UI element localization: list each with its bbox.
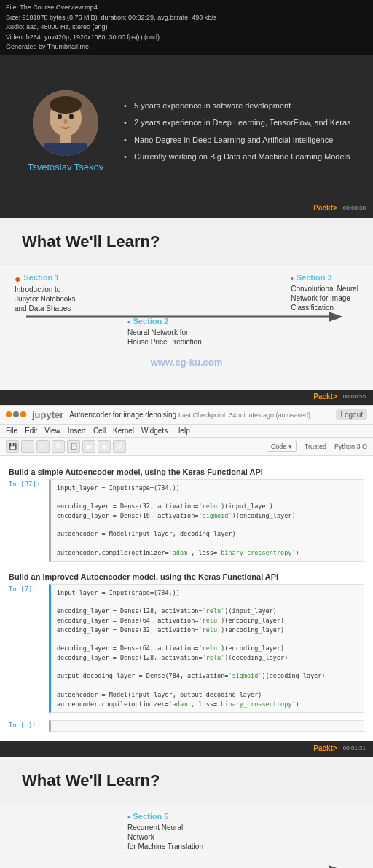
meta-filename: File: The Course Overview.mp4 bbox=[6, 3, 367, 13]
jupyter-header: jupyter Autoencoder for image denoising … bbox=[0, 406, 373, 425]
menu-edit[interactable]: Edit bbox=[25, 427, 37, 435]
menu-cell[interactable]: Cell bbox=[93, 427, 106, 435]
jupyter-menubar: File Edit View Insert Cell Kernel Widget… bbox=[0, 425, 373, 438]
bullet-4: Currently working on Big Data and Machin… bbox=[124, 149, 358, 165]
jupyter-brand: jupyter bbox=[32, 409, 63, 420]
packt-row-2: Packt> 00:00:55 bbox=[0, 390, 373, 405]
meta-video: Video: h264, yuv420p, 1920x1080, 30.00 f… bbox=[6, 33, 367, 43]
trusted-badge: Trusted bbox=[305, 443, 326, 450]
cell-2-code[interactable]: input_layer = Input(shape=(784,)) encodi… bbox=[49, 584, 364, 714]
svg-point-2 bbox=[50, 96, 82, 114]
learn-section-2: What We'll Learn? • Section 5 Recurrent … bbox=[0, 757, 373, 868]
learn-title-1: What We'll Learn? bbox=[22, 232, 351, 251]
instructor-name: Tsvetoslav Tsekov bbox=[28, 162, 104, 173]
code-title-2: Build an improved Autoencoder model, usi… bbox=[9, 572, 364, 581]
avatar bbox=[33, 90, 98, 156]
cell-2-label: In [7]: bbox=[9, 584, 49, 718]
timestamp-2: 00:00:55 bbox=[343, 393, 366, 400]
section-1-desc: Introduction toJupyter Notebooksand Data… bbox=[15, 285, 75, 313]
learn-section-1: What We'll Learn? ● Section 1 Introducti… bbox=[0, 218, 373, 405]
section-3-box: • Section 3 Convolutional NeuralNetwork … bbox=[291, 273, 358, 312]
section-5-box: • Section 5 Recurrent NeuralNetworkfor M… bbox=[127, 812, 203, 851]
svg-rect-6 bbox=[60, 134, 71, 145]
section-2-box: • Section 2 Neural Network forHouse Pric… bbox=[127, 317, 202, 347]
cell-3-empty[interactable] bbox=[49, 720, 364, 732]
restart-btn[interactable]: ↺ bbox=[113, 440, 126, 453]
packt-logo-3: Packt> bbox=[313, 744, 337, 752]
stop-btn[interactable]: ■ bbox=[98, 440, 111, 453]
section-3-title: Section 3 bbox=[297, 273, 332, 282]
cell-3-label: In [ ]: bbox=[9, 720, 49, 732]
learn-header-2: What We'll Learn? bbox=[0, 757, 373, 805]
packt-logo-1: Packt> bbox=[313, 204, 337, 212]
meta-size: Size: 9181078 bytes (8,76 MiB), duration… bbox=[6, 13, 367, 23]
timestamp-1: 00:00:38 bbox=[343, 205, 366, 211]
python-badge: Python 3 O bbox=[334, 443, 367, 450]
jupyter-logout-btn[interactable]: Logout bbox=[336, 409, 367, 420]
jupyter-notebook-title: Autoencoder for image denoising Last Che… bbox=[69, 411, 330, 419]
menu-insert[interactable]: Insert bbox=[68, 427, 86, 435]
menu-view[interactable]: View bbox=[44, 427, 60, 435]
cell-2: In [7]: input_layer = Input(shape=(784,)… bbox=[9, 584, 364, 718]
jupyter-logo-mark bbox=[6, 411, 26, 417]
section-3-desc: Convolutional NeuralNetwork for ImageCla… bbox=[291, 284, 358, 312]
timestamp-3: 00:01:21 bbox=[343, 745, 366, 751]
menu-help[interactable]: Help bbox=[175, 427, 190, 435]
bullet-3: Nano Degree in Deep Learning and Artific… bbox=[124, 132, 358, 149]
code-title-1: Build a simple Autoencoder model, using … bbox=[9, 467, 364, 476]
cell-3: In [ ]: bbox=[9, 720, 364, 732]
jupyter-section: jupyter Autoencoder for image denoising … bbox=[0, 405, 373, 741]
bullet-2: 2 years experience in Deep Learning, Ten… bbox=[124, 114, 358, 131]
section-1-box: ● Section 1 Introduction toJupyter Noteb… bbox=[15, 273, 75, 313]
menu-file[interactable]: File bbox=[6, 427, 17, 435]
run-btn[interactable]: ▶ bbox=[82, 440, 95, 453]
cell-1: In [37]: input_layer = Input(shape=(784,… bbox=[9, 479, 364, 567]
section-5-title: Section 5 bbox=[133, 812, 169, 821]
svg-point-5 bbox=[64, 119, 68, 124]
cell-1-label: In [37]: bbox=[9, 479, 49, 567]
meta-audio: Audio: aac, 48000 Hz, stereo (eng) bbox=[6, 23, 367, 33]
add-cell-btn[interactable]: + bbox=[21, 440, 34, 453]
arrow-diagram-2: • Section 5 Recurrent NeuralNetworkfor M… bbox=[0, 805, 373, 868]
menu-kernel[interactable]: Kernel bbox=[113, 427, 134, 435]
packt-logo-2: Packt> bbox=[313, 392, 337, 401]
instructor-section: Tsvetoslav Tsekov 5 years experience in … bbox=[0, 55, 373, 201]
instructor-details: 5 years experience in software developme… bbox=[124, 98, 358, 166]
svg-rect-7 bbox=[44, 143, 87, 156]
save-btn[interactable]: 💾 bbox=[6, 440, 19, 453]
meta-generated: Generated by Thumbnail.me bbox=[6, 42, 367, 52]
learn-title-2: What We'll Learn? bbox=[22, 771, 351, 790]
section-2-desc: Neural Network forHouse Price Prediction bbox=[127, 328, 202, 347]
svg-marker-9 bbox=[329, 312, 343, 322]
learn-header-1: What We'll Learn? bbox=[0, 218, 373, 266]
code-dropdown[interactable]: Code ▾ bbox=[267, 441, 297, 452]
instructor-left: Tsvetoslav Tsekov bbox=[22, 90, 109, 173]
copy-btn[interactable]: ⧉ bbox=[52, 440, 65, 453]
bullet-1: 5 years experience in software developme… bbox=[124, 98, 358, 114]
arrow-diagram-1: ● Section 1 Introduction toJupyter Noteb… bbox=[0, 266, 373, 390]
section-2-title: Section 2 bbox=[133, 317, 169, 326]
cut-btn[interactable]: ✂ bbox=[36, 440, 50, 453]
svg-point-4 bbox=[69, 114, 74, 119]
menu-widgets[interactable]: Widgets bbox=[141, 427, 168, 435]
section-5-desc: Recurrent NeuralNetworkfor Machine Trans… bbox=[127, 823, 203, 851]
jupyter-toolbar: 💾 + ✂ ⧉ 📋 ▶ ■ ↺ Code ▾ Trusted Python 3 … bbox=[0, 438, 373, 456]
cell-1-code[interactable]: input_layer = Input(shape=(784,)) encodi… bbox=[49, 479, 364, 562]
paste-btn[interactable]: 📋 bbox=[67, 440, 80, 453]
svg-point-3 bbox=[58, 114, 62, 119]
packt-row-3: Packt> 00:01:21 bbox=[0, 741, 373, 757]
jupyter-content: Build a simple Autoencoder model, using … bbox=[0, 456, 373, 741]
svg-marker-11 bbox=[329, 865, 343, 868]
section-1-title: Section 1 bbox=[23, 273, 59, 282]
meta-bar: File: The Course Overview.mp4 Size: 9181… bbox=[0, 0, 373, 55]
